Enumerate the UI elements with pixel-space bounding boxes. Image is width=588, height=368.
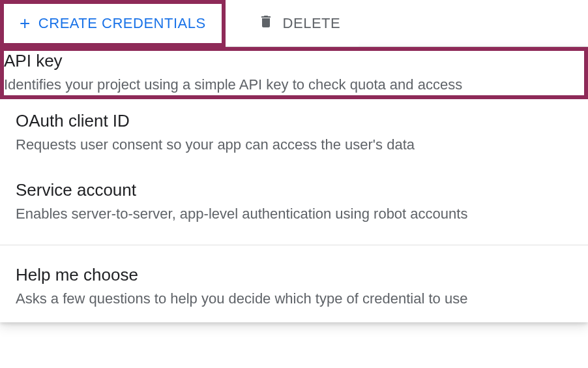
menu-item-description: Asks a few questions to help you decide …	[16, 289, 572, 309]
menu-item-title: Help me choose	[16, 265, 572, 285]
menu-item-title: API key	[4, 51, 584, 71]
page-container: + CREATE CREDENTIALS DELETE API key Iden…	[0, 0, 588, 368]
create-credentials-button[interactable]: + CREATE CREDENTIALS	[0, 0, 226, 47]
menu-item-help-me-choose[interactable]: Help me choose Asks a few questions to h…	[0, 253, 588, 322]
delete-label: DELETE	[283, 15, 341, 32]
trash-icon	[258, 14, 274, 33]
menu-item-title: Service account	[16, 180, 572, 200]
plus-icon: +	[20, 14, 31, 33]
delete-button[interactable]: DELETE	[226, 0, 359, 46]
menu-item-oauth-client-id[interactable]: OAuth client ID Requests user consent so…	[0, 99, 588, 168]
menu-item-description: Enables server-to-server, app-level auth…	[16, 204, 572, 224]
menu-item-description: Identifies your project using a simple A…	[4, 75, 584, 95]
credentials-dropdown: API key Identifies your project using a …	[0, 47, 588, 322]
create-credentials-label: CREATE CREDENTIALS	[38, 15, 206, 32]
toolbar: + CREATE CREDENTIALS DELETE	[0, 0, 588, 47]
menu-divider	[0, 245, 588, 245]
menu-item-service-account[interactable]: Service account Enables server-to-server…	[0, 168, 588, 238]
menu-item-title: OAuth client ID	[16, 111, 572, 131]
menu-item-api-key[interactable]: API key Identifies your project using a …	[0, 47, 588, 99]
menu-item-description: Requests user consent so your app can ac…	[16, 135, 572, 155]
